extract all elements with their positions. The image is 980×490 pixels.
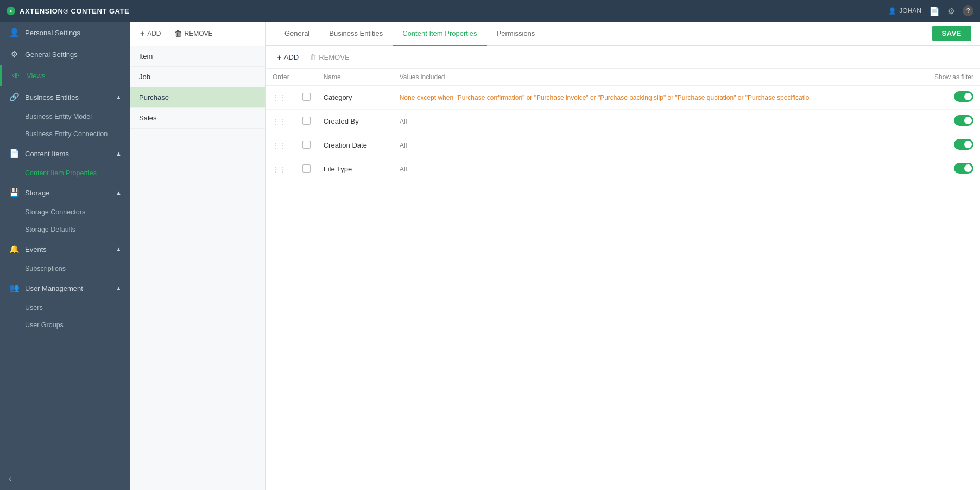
row-checkbox[interactable] — [302, 93, 311, 101]
settings-icon[interactable]: ⚙ — [947, 6, 955, 16]
middle-remove-button[interactable]: 🗑 REMOVE — [173, 27, 214, 40]
content-add-icon: + — [277, 53, 282, 62]
row-show-filter-cell — [915, 86, 980, 110]
sidebar-item-general-settings[interactable]: ⚙ General Settings — [0, 43, 130, 65]
sidebar-item-content-items[interactable]: 📄 Content Items ▲ — [0, 143, 130, 164]
row-name-cell: Created By — [317, 110, 393, 133]
drag-handle-icon[interactable]: ⋮⋮ — [273, 94, 286, 101]
business-entities-icon: 🔗 — [9, 92, 20, 102]
content-add-button[interactable]: + ADD — [277, 53, 299, 62]
app-logo — [7, 7, 15, 15]
sidebar-sub-item-business-entity-model[interactable]: Business Entity Model — [0, 108, 130, 125]
row-values-cell: All — [393, 110, 882, 133]
drag-handle-icon[interactable]: ⋮⋮ — [273, 118, 286, 125]
row-checkbox-cell — [296, 133, 317, 157]
tab-content-item-properties[interactable]: Content Item Properties — [393, 22, 486, 46]
storage-icon: 💾 — [9, 188, 20, 198]
col-show-filter: Show as filter — [915, 69, 980, 86]
row-values-cell: None except when "Purchase confirmation"… — [393, 86, 882, 110]
sidebar-sub-item-user-groups[interactable]: User Groups — [0, 316, 130, 334]
table-row: ⋮⋮ Created By All — [266, 110, 980, 133]
user-management-icon: 👥 — [9, 283, 20, 293]
col-toggle — [882, 69, 915, 86]
events-icon: 🔔 — [9, 244, 20, 254]
drag-handle-cell: ⋮⋮ — [266, 86, 296, 110]
list-item-purchase[interactable]: Purchase — [130, 87, 265, 108]
content-items-arrow: ▲ — [116, 150, 122, 157]
sidebar-sub-item-storage-defaults[interactable]: Storage Defaults — [0, 221, 130, 238]
sidebar-sub-item-subscriptions[interactable]: Subscriptions — [0, 260, 130, 277]
toggle-category[interactable] — [954, 91, 973, 102]
drag-handle-cell: ⋮⋮ — [266, 110, 296, 133]
list-item-job[interactable]: Job — [130, 67, 265, 87]
topbar-right: 👤 JOHAN 📄 ⚙ ? — [888, 5, 973, 16]
content-area: + ADD 🗑 REMOVE Order Name Values include… — [266, 46, 980, 490]
row-show-filter-cell — [915, 110, 980, 133]
row-toggle-cell — [882, 86, 915, 110]
sidebar-item-user-management[interactable]: 👥 User Management ▲ — [0, 277, 130, 299]
col-name: Name — [317, 69, 393, 86]
table-header-row: Order Name Values included Show as filte… — [266, 69, 980, 86]
sidebar-footer: ‹ — [0, 467, 130, 490]
col-values: Values included — [393, 69, 882, 86]
views-icon: 👁 — [10, 71, 21, 80]
toggle-file-type[interactable] — [954, 163, 973, 174]
row-checkbox-cell — [296, 86, 317, 110]
help-icon[interactable]: ? — [963, 5, 973, 16]
row-show-filter-cell — [915, 133, 980, 157]
sidebar: 👤 Personal Settings ⚙ General Settings 👁… — [0, 22, 130, 490]
toggle-creation-date[interactable] — [954, 139, 973, 150]
user-icon: 👤 — [888, 7, 896, 15]
row-checkbox[interactable] — [302, 117, 311, 125]
storage-arrow: ▲ — [116, 189, 122, 196]
row-checkbox[interactable] — [302, 141, 311, 149]
app-title: AXTENSION® CONTENT GATE — [20, 7, 129, 15]
topbar-user: 👤 JOHAN — [888, 7, 921, 15]
personal-settings-icon: 👤 — [9, 28, 20, 37]
properties-table: Order Name Values included Show as filte… — [266, 69, 980, 181]
sidebar-sub-item-business-entity-connection[interactable]: Business Entity Connection — [0, 125, 130, 143]
row-checkbox[interactable] — [302, 164, 311, 173]
middle-add-button[interactable]: + ADD — [139, 27, 162, 40]
sidebar-item-events[interactable]: 🔔 Events ▲ — [0, 238, 130, 260]
tab-permissions[interactable]: Permissions — [487, 22, 545, 46]
tab-business-entities[interactable]: Business Entities — [319, 22, 393, 46]
row-values-cell: All — [393, 133, 882, 157]
tab-general[interactable]: General — [275, 22, 319, 46]
sidebar-sub-item-storage-connectors[interactable]: Storage Connectors — [0, 203, 130, 221]
row-values-cell: All — [393, 157, 882, 181]
sidebar-item-personal-settings[interactable]: 👤 Personal Settings — [0, 22, 130, 43]
table-row: ⋮⋮ Category None except when "Purchase c… — [266, 86, 980, 110]
sidebar-sub-item-content-item-properties[interactable]: Content Item Properties — [0, 164, 130, 182]
row-toggle-cell — [882, 110, 915, 133]
collapse-sidebar-button[interactable]: ‹ — [9, 474, 11, 483]
right-panel: General Business Entities Content Item P… — [266, 22, 980, 490]
row-name-cell: Creation Date — [317, 133, 393, 157]
save-button[interactable]: SAVE — [932, 26, 971, 41]
list-item-sales[interactable]: Sales — [130, 108, 265, 129]
drag-handle-icon[interactable]: ⋮⋮ — [273, 166, 286, 173]
toggle-created-by[interactable] — [954, 115, 973, 126]
content-items-icon: 📄 — [9, 149, 20, 158]
table-row: ⋮⋮ File Type All — [266, 157, 980, 181]
sidebar-item-views[interactable]: 👁 Views — [0, 65, 130, 86]
events-arrow: ▲ — [116, 246, 122, 252]
table-row: ⋮⋮ Creation Date All — [266, 133, 980, 157]
business-entities-arrow: ▲ — [116, 94, 122, 100]
drag-handle-cell: ⋮⋮ — [266, 133, 296, 157]
content-remove-icon: 🗑 — [309, 53, 317, 61]
content-remove-button[interactable]: 🗑 REMOVE — [309, 53, 349, 61]
col-order: Order — [266, 69, 296, 86]
row-checkbox-cell — [296, 157, 317, 181]
document-icon[interactable]: 📄 — [929, 6, 940, 16]
drag-handle-icon[interactable]: ⋮⋮ — [273, 142, 286, 149]
sidebar-item-storage[interactable]: 💾 Storage ▲ — [0, 182, 130, 203]
row-show-filter-cell — [915, 157, 980, 181]
sidebar-sub-item-users[interactable]: Users — [0, 299, 130, 316]
sidebar-item-business-entities[interactable]: 🔗 Business Entities ▲ — [0, 86, 130, 108]
list-item-item[interactable]: Item — [130, 46, 265, 67]
content-toolbar: + ADD 🗑 REMOVE — [266, 46, 980, 69]
right-tabs: General Business Entities Content Item P… — [266, 22, 980, 46]
user-management-arrow: ▲ — [116, 285, 122, 291]
tabs-left: General Business Entities Content Item P… — [275, 22, 545, 45]
